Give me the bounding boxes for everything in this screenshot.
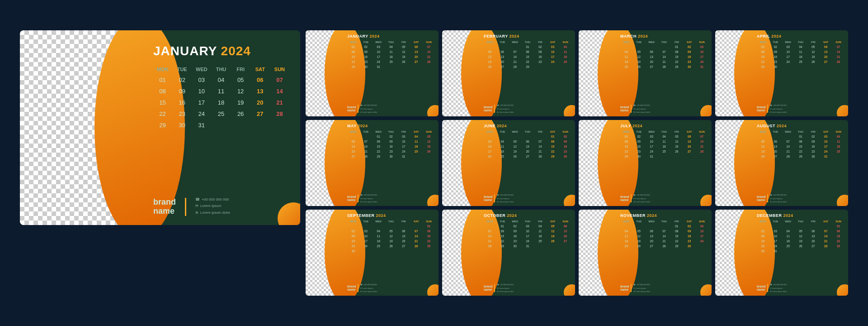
s-day-31: 31 bbox=[769, 249, 782, 253]
s-dh-tue: TUE bbox=[769, 41, 782, 43]
s-dh-wed: WED bbox=[782, 130, 794, 133]
s-day-17: 17 bbox=[696, 234, 708, 238]
dh-fri: FRI bbox=[231, 67, 250, 72]
s-dh-sun: SUN bbox=[696, 41, 708, 43]
day-23: 23 bbox=[173, 109, 191, 119]
s-day-30: 30 bbox=[509, 244, 521, 248]
s-day-05: 05 bbox=[423, 134, 435, 139]
s-day-21: 21 bbox=[832, 54, 844, 59]
s-dh-thu: THU bbox=[522, 220, 534, 223]
s-dh-wed: WED bbox=[646, 220, 658, 223]
s-day-12: 12 bbox=[385, 234, 397, 238]
s-day-28: 28 bbox=[410, 244, 422, 248]
s-day-23: 23 bbox=[385, 149, 397, 153]
s-day-31: 31 bbox=[397, 154, 410, 158]
s-day-24: 24 bbox=[373, 59, 385, 64]
s-dh-thu: THU bbox=[795, 130, 807, 133]
s-day-03: 03 bbox=[484, 139, 496, 144]
s-day-19: 19 bbox=[509, 149, 521, 153]
small-content-february: FEBRUARY 2024MONTUEWEDTHUFRISATSUN---010… bbox=[475, 30, 575, 116]
small-calendar-august: AUGUST 2024MONTUEWEDTHUFRISATSUN---01020… bbox=[715, 120, 848, 206]
s-day-27: 27 bbox=[410, 59, 422, 64]
day-06: 06 bbox=[251, 75, 269, 85]
s-day-08: 08 bbox=[347, 49, 359, 54]
s-dh-wed: WED bbox=[373, 41, 385, 43]
s-dh-sat: SAT bbox=[410, 41, 422, 43]
s-dh-sat: SAT bbox=[820, 220, 832, 223]
small-day-rows-august: ---0102030405060708091011121314151617181… bbox=[757, 134, 844, 158]
day-18: 18 bbox=[212, 97, 230, 108]
small-title-august: AUGUST 2024 bbox=[757, 124, 844, 128]
s-day-31: 31 bbox=[373, 64, 385, 69]
s-day-18: 18 bbox=[496, 149, 509, 153]
s-day-23: 23 bbox=[757, 244, 769, 248]
s-dh-wed: WED bbox=[509, 41, 521, 43]
s-brand-info: ☎ +00 000 000 000 ✉ Lorem Ipsum ⊕ Lorem … bbox=[497, 193, 514, 203]
s-day-28: 28 bbox=[832, 59, 844, 64]
s-day-08: 08 bbox=[547, 139, 559, 144]
s-dh-mon: MON bbox=[484, 220, 496, 223]
s-brand-name: brandname bbox=[757, 105, 765, 112]
s-day-04: 04 bbox=[620, 49, 632, 54]
s-day-03: 03 bbox=[782, 44, 794, 49]
s-day-13: 13 bbox=[769, 144, 782, 149]
s-day-15: 15 bbox=[423, 234, 435, 238]
s-day-28: 28 bbox=[696, 149, 708, 153]
dh-thu: THU bbox=[212, 67, 230, 72]
small-content-october: OCTOBER 2024MONTUEWEDTHUFRISATSUN-010203… bbox=[475, 210, 575, 296]
s-day-17: 17 bbox=[646, 144, 658, 149]
s-day-19: 19 bbox=[795, 239, 807, 243]
s-day-02: 02 bbox=[347, 229, 359, 233]
s-day-13: 13 bbox=[397, 234, 410, 238]
s-day-15: 15 bbox=[373, 144, 385, 149]
day-02: 02 bbox=[173, 75, 191, 85]
s-brand-name: brandname bbox=[484, 195, 492, 202]
s-day-17: 17 bbox=[373, 54, 385, 59]
s-day-10: 10 bbox=[646, 139, 658, 144]
s-dh-sat: SAT bbox=[410, 130, 422, 133]
s-day-27: 27 bbox=[646, 64, 658, 69]
s-day-29: 29 bbox=[670, 64, 683, 69]
s-day-05: 05 bbox=[397, 44, 410, 49]
s-day-18: 18 bbox=[620, 239, 632, 243]
s-day-31: 31 bbox=[820, 154, 832, 158]
s-day-07: 07 bbox=[410, 229, 422, 233]
s-day-14: 14 bbox=[509, 54, 521, 59]
s-dh-fri: FRI bbox=[670, 220, 683, 223]
small-calendar-october: OCTOBER 2024MONTUEWEDTHUFRISATSUN-010203… bbox=[442, 210, 575, 296]
s-day-13: 13 bbox=[522, 144, 534, 149]
s-day-10: 10 bbox=[360, 234, 372, 238]
s-day-26: 26 bbox=[509, 154, 521, 158]
s-day-19: 19 bbox=[423, 144, 435, 149]
s-day-09: 09 bbox=[559, 139, 571, 144]
s-day-17: 17 bbox=[360, 239, 372, 243]
day-07: 07 bbox=[270, 75, 289, 85]
s-day-06: 06 bbox=[397, 229, 410, 233]
s-day-22: 22 bbox=[670, 59, 683, 64]
s-day-21: 21 bbox=[782, 149, 794, 153]
small-content-august: AUGUST 2024MONTUEWEDTHUFRISATSUN---01020… bbox=[748, 120, 848, 206]
s-day-20: 20 bbox=[496, 59, 509, 64]
s-day-03: 03 bbox=[769, 229, 782, 233]
s-dh-fri: FRI bbox=[397, 220, 410, 223]
s-dh-thu: THU bbox=[522, 41, 534, 43]
small-content-january: JANUARY 2024MONTUEWEDTHUFRISATSUN0102030… bbox=[338, 30, 439, 116]
s-brand-info: ☎ +00 000 000 000 ✉ Lorem Ipsum ⊕ Lorem … bbox=[770, 193, 787, 203]
s-day-21: 21 bbox=[484, 239, 496, 243]
large-cal-content: JANUARY 2024 MON TUE WED THU FRI SAT SUN… bbox=[128, 30, 300, 225]
s-day-27: 27 bbox=[559, 239, 571, 243]
s-day-07: 07 bbox=[423, 44, 435, 49]
s-day-02: 02 bbox=[633, 134, 645, 139]
s-dh-sat: SAT bbox=[683, 41, 695, 43]
small-day-rows-november: ----010203040506070809101112131415161718… bbox=[620, 224, 708, 248]
s-day-20: 20 bbox=[522, 149, 534, 153]
s-day-27: 27 bbox=[769, 154, 782, 158]
s-dh-wed: WED bbox=[646, 41, 658, 43]
s-dh-wed: WED bbox=[509, 130, 521, 133]
s-day-08: 08 bbox=[832, 229, 844, 233]
s-day-29: 29 bbox=[347, 64, 359, 69]
s-day-20: 20 bbox=[820, 54, 832, 59]
s-day-16: 16 bbox=[633, 144, 645, 149]
s-day-16: 16 bbox=[683, 234, 695, 238]
s-day-28: 28 bbox=[658, 244, 670, 248]
